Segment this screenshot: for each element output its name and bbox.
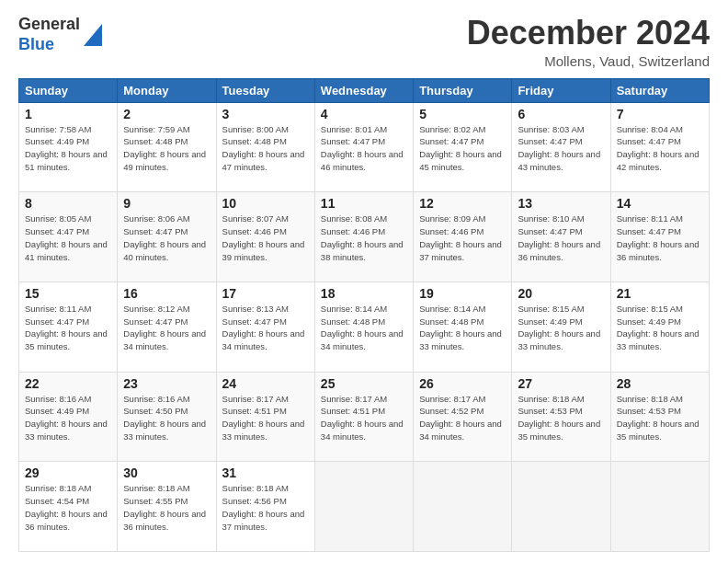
calendar-cell: 3Sunrise: 8:00 AMSunset: 4:48 PMDaylight…: [216, 102, 314, 192]
day-number: 17: [222, 286, 309, 301]
day-info: Sunrise: 8:14 AMSunset: 4:48 PMDaylight:…: [419, 303, 506, 353]
day-number: 19: [419, 286, 506, 301]
day-number: 5: [419, 107, 506, 121]
col-wednesday: Wednesday: [314, 78, 413, 102]
calendar-cell: 10Sunrise: 8:07 AMSunset: 4:46 PMDayligh…: [216, 192, 314, 282]
calendar-cell: 17Sunrise: 8:13 AMSunset: 4:47 PMDayligh…: [216, 282, 314, 372]
calendar-cell: 5Sunrise: 8:02 AMSunset: 4:47 PMDaylight…: [414, 102, 512, 192]
calendar-cell: 30Sunrise: 8:18 AMSunset: 4:55 PMDayligh…: [118, 462, 216, 552]
header: General Blue December 2024 Mollens, Vaud…: [18, 15, 710, 69]
col-thursday: Thursday: [414, 78, 512, 102]
day-number: 21: [617, 286, 703, 301]
day-info: Sunrise: 8:18 AMSunset: 4:53 PMDaylight:…: [617, 393, 703, 443]
page: General Blue December 2024 Mollens, Vaud…: [0, 0, 728, 563]
day-number: 25: [321, 376, 407, 391]
col-sunday: Sunday: [19, 78, 118, 102]
day-info: Sunrise: 7:58 AMSunset: 4:49 PMDaylight:…: [25, 123, 111, 174]
day-number: 13: [518, 196, 604, 211]
day-info: Sunrise: 8:10 AMSunset: 4:47 PMDaylight:…: [518, 213, 604, 263]
month-title: December 2024: [467, 15, 710, 52]
day-number: 22: [25, 376, 111, 391]
calendar-cell: 19Sunrise: 8:14 AMSunset: 4:48 PMDayligh…: [414, 282, 512, 372]
calendar-cell: 26Sunrise: 8:17 AMSunset: 4:52 PMDayligh…: [414, 372, 512, 462]
calendar-cell: [610, 462, 709, 552]
calendar-week-2: 8Sunrise: 8:05 AMSunset: 4:47 PMDaylight…: [19, 192, 710, 282]
calendar-week-5: 29Sunrise: 8:18 AMSunset: 4:54 PMDayligh…: [19, 462, 710, 552]
calendar-cell: 4Sunrise: 8:01 AMSunset: 4:47 PMDaylight…: [314, 102, 413, 192]
col-saturday: Saturday: [610, 78, 709, 102]
location: Mollens, Vaud, Switzerland: [467, 53, 710, 69]
calendar-cell: 22Sunrise: 8:16 AMSunset: 4:49 PMDayligh…: [19, 372, 118, 462]
calendar-cell: 16Sunrise: 8:12 AMSunset: 4:47 PMDayligh…: [118, 282, 216, 372]
day-number: 14: [617, 196, 703, 211]
day-number: 7: [617, 107, 703, 121]
calendar-cell: 25Sunrise: 8:17 AMSunset: 4:51 PMDayligh…: [314, 372, 413, 462]
calendar-cell: 21Sunrise: 8:15 AMSunset: 4:49 PMDayligh…: [610, 282, 709, 372]
logo-text: General Blue: [18, 15, 80, 54]
day-info: Sunrise: 8:16 AMSunset: 4:49 PMDaylight:…: [25, 393, 111, 443]
day-number: 10: [222, 196, 309, 211]
calendar-cell: 6Sunrise: 8:03 AMSunset: 4:47 PMDaylight…: [512, 102, 610, 192]
title-section: December 2024 Mollens, Vaud, Switzerland: [467, 15, 710, 69]
calendar-cell: 23Sunrise: 8:16 AMSunset: 4:50 PMDayligh…: [118, 372, 216, 462]
calendar-header-row: Sunday Monday Tuesday Wednesday Thursday…: [19, 78, 710, 102]
day-number: 3: [222, 107, 309, 121]
day-info: Sunrise: 8:17 AMSunset: 4:52 PMDaylight:…: [419, 393, 506, 443]
day-number: 12: [419, 196, 506, 211]
calendar-cell: 18Sunrise: 8:14 AMSunset: 4:48 PMDayligh…: [314, 282, 413, 372]
svg-marker-0: [84, 24, 102, 46]
day-number: 11: [321, 196, 407, 211]
day-info: Sunrise: 8:02 AMSunset: 4:47 PMDaylight:…: [419, 123, 506, 174]
day-number: 1: [25, 107, 111, 121]
day-number: 30: [123, 465, 210, 480]
calendar-cell: 14Sunrise: 8:11 AMSunset: 4:47 PMDayligh…: [610, 192, 709, 282]
day-info: Sunrise: 8:18 AMSunset: 4:55 PMDaylight:…: [123, 482, 210, 533]
calendar-cell: 27Sunrise: 8:18 AMSunset: 4:53 PMDayligh…: [512, 372, 610, 462]
day-info: Sunrise: 8:14 AMSunset: 4:48 PMDaylight:…: [321, 303, 407, 353]
day-number: 2: [123, 107, 210, 121]
day-number: 6: [518, 107, 604, 121]
day-info: Sunrise: 8:04 AMSunset: 4:47 PMDaylight:…: [617, 123, 703, 174]
calendar-cell: [512, 462, 610, 552]
col-tuesday: Tuesday: [216, 78, 314, 102]
calendar-cell: 8Sunrise: 8:05 AMSunset: 4:47 PMDaylight…: [19, 192, 118, 282]
calendar-cell: 1Sunrise: 7:58 AMSunset: 4:49 PMDaylight…: [19, 102, 118, 192]
day-number: 8: [25, 196, 111, 211]
calendar-week-1: 1Sunrise: 7:58 AMSunset: 4:49 PMDaylight…: [19, 102, 710, 192]
day-info: Sunrise: 7:59 AMSunset: 4:48 PMDaylight:…: [123, 123, 210, 174]
day-info: Sunrise: 8:08 AMSunset: 4:46 PMDaylight:…: [321, 213, 407, 263]
calendar-cell: 12Sunrise: 8:09 AMSunset: 4:46 PMDayligh…: [414, 192, 512, 282]
day-number: 26: [419, 376, 506, 391]
calendar-cell: [314, 462, 413, 552]
calendar-cell: 7Sunrise: 8:04 AMSunset: 4:47 PMDaylight…: [610, 102, 709, 192]
calendar-cell: 11Sunrise: 8:08 AMSunset: 4:46 PMDayligh…: [314, 192, 413, 282]
calendar-cell: 31Sunrise: 8:18 AMSunset: 4:56 PMDayligh…: [216, 462, 314, 552]
day-number: 23: [123, 376, 210, 391]
logo-icon: [84, 20, 102, 50]
day-info: Sunrise: 8:01 AMSunset: 4:47 PMDaylight:…: [321, 123, 407, 174]
day-info: Sunrise: 8:11 AMSunset: 4:47 PMDaylight:…: [617, 213, 703, 263]
calendar-cell: 2Sunrise: 7:59 AMSunset: 4:48 PMDaylight…: [118, 102, 216, 192]
day-info: Sunrise: 8:17 AMSunset: 4:51 PMDaylight:…: [321, 393, 407, 443]
calendar-cell: 15Sunrise: 8:11 AMSunset: 4:47 PMDayligh…: [19, 282, 118, 372]
day-info: Sunrise: 8:16 AMSunset: 4:50 PMDaylight:…: [123, 393, 210, 443]
day-number: 28: [617, 376, 703, 391]
calendar-week-4: 22Sunrise: 8:16 AMSunset: 4:49 PMDayligh…: [19, 372, 710, 462]
calendar-cell: 29Sunrise: 8:18 AMSunset: 4:54 PMDayligh…: [19, 462, 118, 552]
calendar-cell: 20Sunrise: 8:15 AMSunset: 4:49 PMDayligh…: [512, 282, 610, 372]
day-info: Sunrise: 8:15 AMSunset: 4:49 PMDaylight:…: [518, 303, 604, 353]
day-number: 15: [25, 286, 111, 301]
day-number: 20: [518, 286, 604, 301]
day-info: Sunrise: 8:03 AMSunset: 4:47 PMDaylight:…: [518, 123, 604, 174]
day-number: 31: [222, 465, 309, 480]
day-info: Sunrise: 8:06 AMSunset: 4:47 PMDaylight:…: [123, 213, 210, 263]
logo: General Blue: [18, 15, 102, 54]
calendar-table: Sunday Monday Tuesday Wednesday Thursday…: [18, 78, 710, 552]
day-number: 16: [123, 286, 210, 301]
day-info: Sunrise: 8:15 AMSunset: 4:49 PMDaylight:…: [617, 303, 703, 353]
day-number: 4: [321, 107, 407, 121]
col-friday: Friday: [512, 78, 610, 102]
day-info: Sunrise: 8:13 AMSunset: 4:47 PMDaylight:…: [222, 303, 309, 353]
day-info: Sunrise: 8:17 AMSunset: 4:51 PMDaylight:…: [222, 393, 309, 443]
calendar-cell: 13Sunrise: 8:10 AMSunset: 4:47 PMDayligh…: [512, 192, 610, 282]
